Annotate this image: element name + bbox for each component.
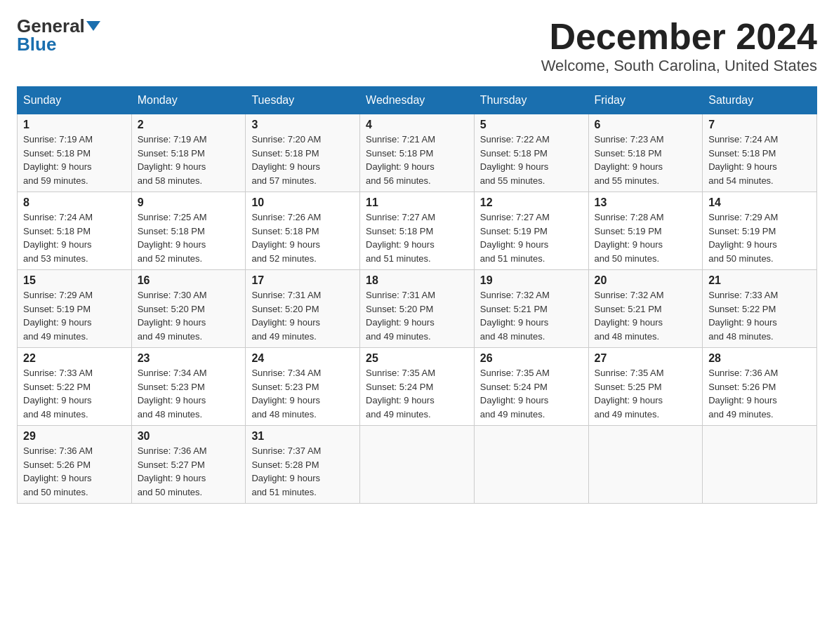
calendar-cell: 6Sunrise: 7:23 AMSunset: 5:18 PMDaylight… [588,114,703,192]
day-number: 26 [480,352,583,365]
day-info: Sunrise: 7:27 AMSunset: 5:19 PMDaylight:… [480,210,583,265]
calendar-cell: 11Sunrise: 7:27 AMSunset: 5:18 PMDayligh… [360,192,475,270]
day-info: Sunrise: 7:35 AMSunset: 5:24 PMDaylight:… [480,366,583,421]
day-info: Sunrise: 7:23 AMSunset: 5:18 PMDaylight:… [595,133,697,187]
calendar-cell: 8Sunrise: 7:24 AMSunset: 5:18 PMDaylight… [18,192,132,270]
logo-arrow-icon [86,21,100,31]
calendar-cell: 28Sunrise: 7:36 AMSunset: 5:26 PMDayligh… [703,348,817,426]
calendar-cell: 21Sunrise: 7:33 AMSunset: 5:22 PMDayligh… [703,270,817,348]
day-info: Sunrise: 7:19 AMSunset: 5:18 PMDaylight:… [23,133,126,187]
day-info: Sunrise: 7:28 AMSunset: 5:19 PMDaylight:… [595,210,697,265]
calendar-cell: 26Sunrise: 7:35 AMSunset: 5:24 PMDayligh… [474,348,588,426]
day-info: Sunrise: 7:32 AMSunset: 5:21 PMDaylight:… [595,288,697,343]
logo-blue-text: Blue [17,35,56,53]
calendar-cell: 10Sunrise: 7:26 AMSunset: 5:18 PMDayligh… [246,192,360,270]
calendar-cell: 23Sunrise: 7:34 AMSunset: 5:23 PMDayligh… [131,348,246,426]
calendar-cell: 2Sunrise: 7:19 AMSunset: 5:18 PMDaylight… [131,114,246,192]
day-info: Sunrise: 7:36 AMSunset: 5:26 PMDaylight:… [708,366,811,421]
calendar-cell: 25Sunrise: 7:35 AMSunset: 5:24 PMDayligh… [360,348,475,426]
calendar-cell: 20Sunrise: 7:32 AMSunset: 5:21 PMDayligh… [588,270,703,348]
day-number: 27 [595,352,697,365]
month-title: December 2024 [541,17,817,57]
calendar-header-row: SundayMondayTuesdayWednesdayThursdayFrid… [18,87,817,114]
day-number: 2 [138,119,240,131]
calendar-cell [360,426,475,504]
day-number: 15 [23,274,126,287]
day-info: Sunrise: 7:24 AMSunset: 5:18 PMDaylight:… [23,210,126,265]
calendar-cell: 9Sunrise: 7:25 AMSunset: 5:18 PMDaylight… [131,192,246,270]
day-number: 29 [23,430,126,443]
day-info: Sunrise: 7:35 AMSunset: 5:24 PMDaylight:… [366,366,468,421]
day-info: Sunrise: 7:29 AMSunset: 5:19 PMDaylight:… [708,210,811,265]
day-info: Sunrise: 7:34 AMSunset: 5:23 PMDaylight:… [138,366,240,421]
page-header: General Blue December 2024 Welcome, Sout… [17,17,817,75]
calendar-cell: 13Sunrise: 7:28 AMSunset: 5:19 PMDayligh… [588,192,703,270]
day-number: 31 [251,430,354,443]
day-number: 14 [708,196,811,209]
calendar-cell: 16Sunrise: 7:30 AMSunset: 5:20 PMDayligh… [131,270,246,348]
day-info: Sunrise: 7:25 AMSunset: 5:18 PMDaylight:… [138,210,240,265]
day-info: Sunrise: 7:31 AMSunset: 5:20 PMDaylight:… [251,288,354,343]
day-number: 20 [595,274,697,287]
calendar-cell: 31Sunrise: 7:37 AMSunset: 5:28 PMDayligh… [246,426,360,504]
calendar-cell: 18Sunrise: 7:31 AMSunset: 5:20 PMDayligh… [360,270,475,348]
calendar-cell: 3Sunrise: 7:20 AMSunset: 5:18 PMDaylight… [246,114,360,192]
day-number: 8 [23,196,126,209]
calendar-cell [474,426,588,504]
day-info: Sunrise: 7:36 AMSunset: 5:26 PMDaylight:… [23,444,126,499]
day-number: 23 [138,352,240,365]
calendar-header-saturday: Saturday [703,87,817,114]
calendar-header-monday: Monday [131,87,246,114]
day-number: 11 [366,196,468,209]
day-number: 4 [366,119,468,131]
calendar-cell: 24Sunrise: 7:34 AMSunset: 5:23 PMDayligh… [246,348,360,426]
calendar-cell: 22Sunrise: 7:33 AMSunset: 5:22 PMDayligh… [18,348,132,426]
calendar-cell: 29Sunrise: 7:36 AMSunset: 5:26 PMDayligh… [18,426,132,504]
calendar-week-row: 15Sunrise: 7:29 AMSunset: 5:19 PMDayligh… [18,270,817,348]
day-number: 22 [23,352,126,365]
day-number: 13 [595,196,697,209]
day-info: Sunrise: 7:29 AMSunset: 5:19 PMDaylight:… [23,288,126,343]
day-number: 25 [366,352,468,365]
day-number: 30 [138,430,240,443]
calendar-header-tuesday: Tuesday [246,87,360,114]
calendar-header-wednesday: Wednesday [360,87,475,114]
day-number: 5 [480,119,583,131]
day-number: 10 [251,196,354,209]
day-info: Sunrise: 7:30 AMSunset: 5:20 PMDaylight:… [138,288,240,343]
calendar-header-friday: Friday [588,87,703,114]
calendar-table: SundayMondayTuesdayWednesdayThursdayFrid… [17,86,817,504]
calendar-cell: 1Sunrise: 7:19 AMSunset: 5:18 PMDaylight… [18,114,132,192]
calendar-week-row: 8Sunrise: 7:24 AMSunset: 5:18 PMDaylight… [18,192,817,270]
day-number: 28 [708,352,811,365]
day-info: Sunrise: 7:34 AMSunset: 5:23 PMDaylight:… [251,366,354,421]
day-info: Sunrise: 7:32 AMSunset: 5:21 PMDaylight:… [480,288,583,343]
day-number: 16 [138,274,240,287]
day-number: 18 [366,274,468,287]
calendar-week-row: 22Sunrise: 7:33 AMSunset: 5:22 PMDayligh… [18,348,817,426]
title-section: December 2024 Welcome, South Carolina, U… [541,17,817,75]
day-info: Sunrise: 7:21 AMSunset: 5:18 PMDaylight:… [366,133,468,187]
day-number: 6 [595,119,697,131]
day-number: 9 [138,196,240,209]
calendar-cell: 7Sunrise: 7:24 AMSunset: 5:18 PMDaylight… [703,114,817,192]
day-number: 1 [23,119,126,131]
day-info: Sunrise: 7:33 AMSunset: 5:22 PMDaylight:… [23,366,126,421]
logo: General Blue [17,17,100,53]
calendar-cell: 17Sunrise: 7:31 AMSunset: 5:20 PMDayligh… [246,270,360,348]
day-number: 24 [251,352,354,365]
day-number: 3 [251,119,354,131]
day-info: Sunrise: 7:36 AMSunset: 5:27 PMDaylight:… [138,444,240,499]
day-info: Sunrise: 7:37 AMSunset: 5:28 PMDaylight:… [251,444,354,499]
day-info: Sunrise: 7:33 AMSunset: 5:22 PMDaylight:… [708,288,811,343]
day-number: 21 [708,274,811,287]
day-number: 17 [251,274,354,287]
day-info: Sunrise: 7:22 AMSunset: 5:18 PMDaylight:… [480,133,583,187]
day-info: Sunrise: 7:20 AMSunset: 5:18 PMDaylight:… [251,133,354,187]
calendar-cell: 14Sunrise: 7:29 AMSunset: 5:19 PMDayligh… [703,192,817,270]
calendar-cell: 12Sunrise: 7:27 AMSunset: 5:19 PMDayligh… [474,192,588,270]
day-info: Sunrise: 7:35 AMSunset: 5:25 PMDaylight:… [595,366,697,421]
day-info: Sunrise: 7:19 AMSunset: 5:18 PMDaylight:… [138,133,240,187]
calendar-header-thursday: Thursday [474,87,588,114]
calendar-cell: 4Sunrise: 7:21 AMSunset: 5:18 PMDaylight… [360,114,475,192]
